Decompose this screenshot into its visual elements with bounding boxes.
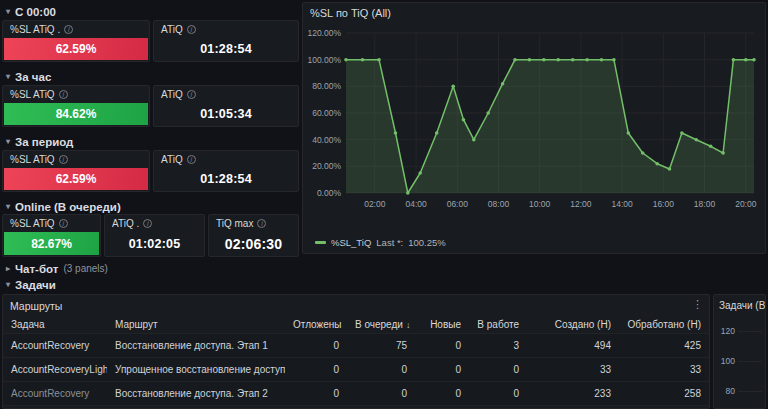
column-header-marshrut[interactable]: Маршрут [107,316,285,333]
stat-panel-atiq-hour: ATiQ i 01:05:34 [153,85,299,127]
legend-series-marker[interactable] [315,241,326,244]
row-header-online[interactable]: ▾ Online (В очереди) [6,200,121,213]
info-icon[interactable]: i [59,219,68,228]
panel-title[interactable]: TiQ max i [209,215,298,232]
row-header-tasks[interactable]: ▾ Задачи [6,278,56,291]
column-header-novye[interactable]: Новые [415,316,469,333]
y-tick-label: 100 [718,356,735,366]
stat-value: 01:02:05 [129,237,181,251]
panel-title[interactable]: %SL ATiQ . i [3,21,149,38]
panel-title[interactable]: %SL ATiQ i [3,86,149,103]
stat-panel-sl-atiq-period: %SL ATiQ i 62.59% [2,150,150,192]
cell-task: AccountRecovery [3,382,107,405]
row-header-za-chas[interactable]: ▾ За час [6,70,51,83]
gridline [738,331,762,332]
chart-legend: %SL_TiQ Last *: 100.25% [315,237,446,248]
chart-panel-sl-tiq: %SL по TiQ (All) 0.00%20.00%40.00%60.00%… [302,2,766,254]
info-icon[interactable]: i [257,219,266,228]
svg-text:40.00%: 40.00% [312,135,341,145]
stat-panel-tiq-max: TiQ max i 02:06:30 [208,214,299,257]
stat-value-area: 84.62% [4,103,148,125]
panel-title[interactable]: ATiQ i [154,151,298,168]
panel-title-text: ATiQ [161,154,183,165]
cell-deferred: 0 [285,382,347,405]
legend-series-name[interactable]: %SL_TiQ [331,237,371,248]
column-header-obrabotano[interactable]: Обработано (Н) [619,316,709,333]
row-header-chatbot[interactable]: ▸ Чат-бот (3 panels) [6,262,108,275]
row-header-s-0000[interactable]: ▾ С 00:00 [6,5,56,18]
panel-title[interactable]: ATiQ i [154,86,298,103]
panel-title[interactable]: ATiQ i [154,21,298,38]
gridline [738,391,762,392]
stat-value-area: 62.59% [4,168,148,190]
chevron-down-icon: ▾ [6,280,10,290]
panel-title-text: %SL ATiQ [10,154,55,165]
panel-title-text: Маршруты [10,300,62,312]
stat-value: 01:28:54 [200,172,252,186]
panel-title[interactable]: %SL ATiQ i [3,151,149,168]
column-label: Маршрут [115,319,158,330]
svg-text:10:00: 10:00 [529,199,551,209]
row-header-za-period[interactable]: ▾ За период [6,135,73,148]
column-header-v-rabote[interactable]: В работе [469,316,527,333]
panel-title-text: ATiQ [161,24,183,35]
column-label: Создано (Н) [555,319,611,330]
svg-text:18:00: 18:00 [694,199,716,209]
y-tick-label: 80 [718,386,735,396]
column-header-otlozheny[interactable]: Отложены [285,316,347,333]
row-title: Online (В очереди) [15,201,121,213]
info-icon[interactable]: i [187,90,196,99]
stat-value: 82.67% [31,237,72,251]
timeseries-chart[interactable]: 0.00%20.00%40.00%60.00%80.00%100.00%120.… [306,27,762,227]
column-header-v-ocheredi[interactable]: В очереди↓ [347,316,415,333]
cell-in-progress: 0 [469,358,527,381]
column-label: Задача [11,319,45,330]
legend-last-value: 100.25% [408,237,446,248]
table-row: AccountRecovery Восстановление доступа. … [3,334,709,358]
column-header-sozdano[interactable]: Создано (Н) [527,316,619,333]
cell-processed: 33 [619,358,709,381]
row-title: За период [15,136,73,148]
cell-queued: 0 [347,382,415,405]
panel-title[interactable]: Маршруты [3,295,709,316]
stat-value-area: 02:06:30 [210,232,297,255]
panel-title[interactable]: ATiQ . i [105,215,204,232]
stat-panel-atiq-0000: ATiQ i 01:28:54 [153,20,299,62]
row-title: За час [15,71,51,83]
info-icon[interactable]: i [187,25,196,34]
legend-last-title: Last *: [376,237,403,248]
info-icon[interactable]: i [143,219,152,228]
column-header-zadacha[interactable]: Задача [3,316,107,333]
stat-panel-sl-atiq-0000: %SL ATiQ . i 62.59% [2,20,150,62]
chevron-down-icon: ▾ [6,202,10,212]
stat-value: 01:05:34 [200,107,252,121]
info-icon[interactable]: i [59,90,68,99]
svg-text:80.00%: 80.00% [312,81,341,91]
table-row: AccountRecoveryLight Упрощенное восстано… [3,358,709,382]
panel-title[interactable]: %SL ATiQ i [3,215,100,232]
table-row: AccountRecovery Восстановление доступа. … [3,382,709,406]
column-label: Новые [430,319,461,330]
svg-text:20.00%: 20.00% [312,161,341,171]
panel-title-text: %SL ATiQ . [10,24,60,35]
panel-title[interactable]: %SL по TiQ (All) [303,3,765,23]
svg-text:60.00%: 60.00% [312,108,341,118]
info-icon[interactable]: i [187,155,196,164]
stat-value: 02:06:30 [225,236,283,252]
stat-value-area: 01:28:54 [155,38,297,60]
panel-menu-icon[interactable]: ⋮ [692,299,703,309]
row-title: С 00:00 [15,6,56,18]
svg-text:02:00: 02:00 [364,199,386,209]
row-title: Задачи [15,279,56,291]
svg-text:16:00: 16:00 [653,199,675,209]
stat-value: 01:28:54 [200,42,252,56]
info-icon[interactable]: i [64,25,73,34]
stat-value: 62.59% [56,172,97,186]
panel-title-text: ATiQ . [112,218,139,229]
cell-route: Восстановление доступа. Этап 1 [107,334,285,357]
panel-title-text: %SL ATiQ [10,218,55,229]
cell-processed: 258 [619,382,709,405]
cell-new: 0 [415,358,469,381]
cell-created: 33 [527,358,619,381]
info-icon[interactable]: i [59,155,68,164]
